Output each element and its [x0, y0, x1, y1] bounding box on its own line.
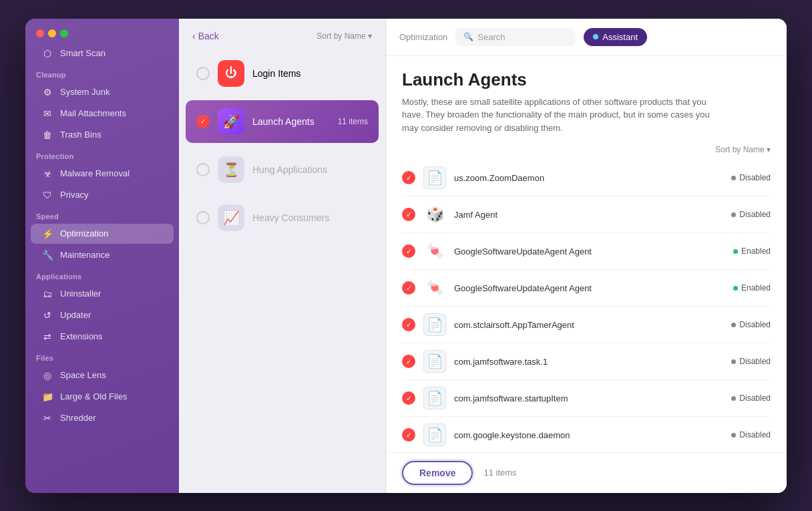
jamfstartup-status-dot: [731, 396, 736, 401]
category-launch-agents[interactable]: ✓ 🚀 Launch Agents 11 items: [186, 100, 379, 143]
search-box[interactable]: 🔍 Search: [455, 28, 576, 46]
login-items-checkbox[interactable]: [196, 67, 210, 80]
sidebar-item-uninstaller[interactable]: 🗂 Uninstaller: [31, 284, 174, 304]
assistant-label: Assistant: [602, 32, 638, 42]
google1-status-dot: [733, 249, 738, 254]
sidebar-item-label: Uninstaller: [60, 289, 101, 299]
google2-name: GoogleSoftwareUpdateAgent Agent: [454, 283, 725, 293]
extensions-icon: ⇄: [41, 331, 53, 343]
back-button[interactable]: ‹ Back: [192, 31, 219, 41]
close-button[interactable]: [36, 29, 44, 37]
launch-agents-count: 11 items: [338, 117, 368, 126]
section-description: Mostly, these are small satellite applic…: [402, 96, 723, 135]
back-label: Back: [198, 31, 219, 41]
jamftask-checkbox[interactable]: ✓: [402, 355, 415, 368]
search-icon: 🔍: [463, 32, 473, 41]
malware-icon: ☣: [41, 168, 53, 180]
jamfstartup-icon: 📄: [423, 387, 446, 409]
breadcrumb: Optimization: [399, 32, 447, 42]
agent-list: ✓ 📄 us.zoom.ZoomDaemon Disabled ✓ 🎲 Jamf…: [402, 160, 771, 452]
category-login-items[interactable]: ⏻ Login Items: [186, 52, 379, 95]
zoom-name: us.zoom.ZoomDaemon: [454, 173, 723, 183]
google1-icon: 🍬: [423, 240, 446, 263]
sidebar-item-updater[interactable]: ↺ Updater: [31, 305, 174, 325]
privacy-icon: 🛡: [41, 189, 53, 201]
mail-icon: ✉: [41, 108, 53, 120]
sidebar-item-mail-attachments[interactable]: ✉ Mail Attachments: [31, 104, 174, 124]
section-label-files: Files: [25, 347, 179, 365]
jamfstartup-checkbox[interactable]: ✓: [402, 391, 415, 405]
jamfstartup-status-label: Disabled: [739, 393, 771, 403]
google2-status: Enabled: [733, 283, 771, 293]
sidebar-item-malware-removal[interactable]: ☣ Malware Removal: [31, 164, 174, 184]
large-files-icon: 📁: [41, 391, 53, 403]
zoom-status-dot: [731, 176, 736, 180]
login-items-label: Login Items: [252, 68, 300, 79]
sidebar-item-privacy[interactable]: 🛡 Privacy: [31, 185, 174, 205]
heavy-consumers-checkbox[interactable]: [196, 211, 210, 224]
googlekeystone-status: Disabled: [731, 430, 771, 440]
system-junk-icon: ⚙: [41, 86, 53, 98]
sidebar-item-maintenance[interactable]: 🔧 Maintenance: [31, 245, 174, 265]
middle-sort-dropdown[interactable]: Sort by Name ▾: [317, 31, 372, 41]
right-header: Optimization 🔍 Search Assistant: [386, 19, 787, 56]
googlekeystone-checkbox[interactable]: ✓: [402, 428, 415, 442]
jamfstartup-name: com.jamfsoftware.startupItem: [454, 393, 723, 403]
sidebar-item-smart-scan[interactable]: ⬡ Smart Scan: [31, 43, 174, 63]
shredder-icon: ✂: [41, 412, 53, 424]
content-area: ‹ Back Sort by Name ▾ ⏻ Login Items ✓ 🚀: [179, 19, 787, 493]
apptamer-icon: 📄: [423, 313, 446, 336]
google2-icon: 🍬: [423, 277, 446, 299]
remove-button[interactable]: Remove: [402, 461, 473, 485]
list-sort-dropdown[interactable]: Sort by Name ▾: [402, 145, 771, 154]
launch-agents-label: Launch Agents: [252, 116, 315, 127]
apptamer-status-label: Disabled: [739, 320, 771, 329]
sidebar-item-label: Space Lens: [60, 370, 106, 380]
back-chevron-icon: ‹: [192, 31, 196, 41]
assistant-button[interactable]: Assistant: [584, 28, 647, 46]
google2-checkbox[interactable]: ✓: [402, 281, 415, 295]
jamfstartup-status: Disabled: [731, 393, 771, 403]
zoom-checkbox[interactable]: ✓: [402, 171, 415, 184]
section-label-cleanup: Cleanup: [25, 64, 179, 81]
sidebar-item-label: Updater: [60, 310, 91, 320]
minimize-button[interactable]: [48, 29, 56, 37]
sidebar-item-extensions[interactable]: ⇄ Extensions: [31, 327, 174, 347]
maximize-button[interactable]: [60, 29, 68, 37]
launch-agents-checkbox[interactable]: ✓: [196, 115, 210, 128]
apptamer-checkbox[interactable]: ✓: [402, 318, 415, 331]
login-items-icon: ⏻: [218, 60, 244, 87]
section-label-protection: Protection: [25, 146, 179, 163]
jamf-checkbox[interactable]: ✓: [402, 208, 415, 221]
sidebar-item-shredder[interactable]: ✂ Shredder: [31, 408, 174, 428]
middle-panel: ‹ Back Sort by Name ▾ ⏻ Login Items ✓ 🚀: [179, 19, 386, 493]
google1-checkbox[interactable]: ✓: [402, 244, 415, 258]
apptamer-status: Disabled: [731, 320, 771, 329]
sidebar-item-label: Mail Attachments: [60, 108, 126, 118]
sidebar-item-system-junk[interactable]: ⚙ System Junk: [31, 82, 174, 102]
zoom-status: Disabled: [731, 173, 771, 182]
google2-status-dot: [733, 286, 738, 291]
sidebar-item-trash-bins[interactable]: 🗑 Trash Bins: [31, 125, 174, 145]
heavy-consumers-icon: 📈: [218, 204, 244, 231]
category-hung-applications[interactable]: ⏳ Hung Applications: [186, 148, 379, 191]
jamftask-status-label: Disabled: [739, 357, 771, 366]
sidebar-item-label: Smart Scan: [60, 48, 106, 58]
sidebar-item-large-old-files[interactable]: 📁 Large & Old Files: [31, 387, 174, 407]
sidebar-item-space-lens[interactable]: ◎ Space Lens: [31, 365, 174, 385]
sidebar-item-label: Shredder: [60, 413, 95, 423]
sidebar-item-label: Optimization: [60, 228, 108, 238]
sidebar-item-label: Malware Removal: [60, 168, 130, 178]
sidebar-item-optimization[interactable]: ⚡ Optimization: [31, 224, 174, 244]
sidebar: ⬡ Smart Scan Cleanup ⚙ System Junk ✉ Mai…: [25, 19, 179, 493]
app-window: ⬡ Smart Scan Cleanup ⚙ System Junk ✉ Mai…: [25, 19, 787, 493]
jamftask-name: com.jamfsoftware.task.1: [454, 357, 723, 367]
google1-status-label: Enabled: [741, 246, 771, 256]
agent-item-googlekeystone: ✓ 📄 com.google.keystone.daemon Disabled: [402, 417, 771, 452]
hung-apps-checkbox[interactable]: [196, 163, 210, 176]
sidebar-item-label: Trash Bins: [60, 130, 102, 140]
category-heavy-consumers[interactable]: 📈 Heavy Consumers: [186, 196, 379, 239]
zoom-icon: 📄: [423, 166, 446, 189]
right-panel: Optimization 🔍 Search Assistant Launch A…: [386, 19, 787, 493]
sidebar-item-label: System Junk: [60, 87, 110, 97]
